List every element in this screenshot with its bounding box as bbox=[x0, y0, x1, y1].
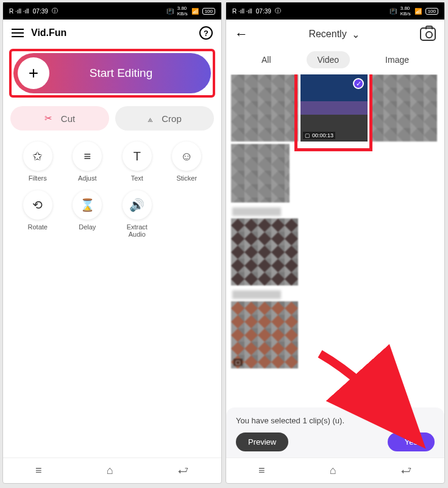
thumbnail-grid: ✓ ▢ 00:00:13 ▢ bbox=[226, 74, 444, 407]
video-duration: ▢ bbox=[233, 359, 243, 366]
audio-icon: 🔊 bbox=[123, 190, 152, 220]
vibrate-icon: 📳 bbox=[166, 8, 174, 15]
media-tabs: All Video Image bbox=[226, 49, 444, 74]
recent-apps-button[interactable]: ≡ bbox=[35, 464, 42, 477]
status-bar: R ·ıll ·ıll 07:39 ⓘ 📳 3.80KB/s 📶 100 bbox=[3, 2, 221, 20]
video-thumbnail[interactable] bbox=[231, 218, 298, 285]
tool-adjust[interactable]: ≡ Adjust bbox=[63, 142, 113, 182]
app-title: Vid.Fun bbox=[31, 27, 192, 38]
cut-button[interactable]: ✂ Cut bbox=[10, 106, 109, 131]
network-icon: 3.80KB/s bbox=[400, 5, 411, 16]
tool-label: Extract Audio bbox=[127, 223, 148, 238]
crop-label: Crop bbox=[162, 113, 182, 124]
text-icon: T bbox=[123, 142, 152, 171]
status-time: 07:39 bbox=[256, 8, 271, 15]
tool-label: Adjust bbox=[78, 174, 97, 182]
scissors-icon: ✂ bbox=[44, 113, 52, 124]
tool-label: Delay bbox=[79, 223, 96, 231]
battery-icon: 100 bbox=[202, 8, 215, 15]
hamburger-menu-icon[interactable] bbox=[12, 29, 24, 37]
tool-label: Rotate bbox=[28, 223, 48, 231]
tool-delay[interactable]: ⌛ Delay bbox=[63, 190, 113, 238]
tab-video[interactable]: Video bbox=[307, 51, 350, 68]
crop-icon: ⟁ bbox=[148, 113, 153, 124]
status-info-icon: ⓘ bbox=[52, 7, 58, 15]
wifi-icon: 📶 bbox=[414, 8, 422, 15]
delay-icon: ⌛ bbox=[73, 190, 102, 220]
camera-small-icon: ▢ bbox=[235, 359, 241, 365]
tool-filters[interactable]: ✩ Filters bbox=[13, 142, 63, 182]
adjust-icon: ≡ bbox=[73, 142, 102, 171]
tool-extract-audio[interactable]: 🔊 Extract Audio bbox=[112, 190, 162, 238]
status-info-icon: ⓘ bbox=[275, 7, 281, 15]
sticker-icon: ☺ bbox=[172, 142, 201, 171]
app-header: Vid.Fun ? bbox=[3, 20, 221, 46]
back-arrow-icon[interactable]: ← bbox=[235, 26, 248, 42]
tool-rotate[interactable]: ⟲ Rotate bbox=[13, 190, 63, 238]
video-thumbnail[interactable] bbox=[231, 74, 298, 142]
video-thumbnail-selected[interactable]: ✓ ▢ 00:00:13 bbox=[300, 74, 368, 142]
rotate-icon: ⟲ bbox=[23, 190, 52, 220]
video-duration: ▢ 00:00:13 bbox=[303, 132, 335, 139]
section-date-label bbox=[232, 290, 281, 299]
star-icon: ✩ bbox=[23, 142, 52, 171]
status-bar: R ·ıll ·ıll 07:39 ⓘ 📳 3.80KB/s 📶 100 bbox=[226, 2, 444, 20]
recent-apps-button[interactable]: ≡ bbox=[258, 464, 265, 477]
vibrate-icon: 📳 bbox=[389, 8, 397, 15]
home-button[interactable]: ⌂ bbox=[107, 464, 113, 477]
start-editing-highlight-box: + Start Editing bbox=[9, 49, 215, 98]
selection-text: You have selected 1 clip(s) (u). bbox=[236, 416, 435, 425]
tool-text[interactable]: T Text bbox=[112, 142, 162, 182]
selection-footer: You have selected 1 clip(s) (u). Preview… bbox=[226, 407, 444, 458]
tool-label: Filters bbox=[29, 174, 47, 182]
phone-right-screen: R ·ıll ·ıll 07:39 ⓘ 📳 3.80KB/s 📶 100 ← R… bbox=[226, 2, 445, 484]
picker-header: ← Recently ⌄ bbox=[226, 20, 444, 49]
chevron-down-icon: ⌄ bbox=[352, 29, 360, 40]
section-date-label bbox=[232, 207, 281, 216]
help-icon[interactable]: ? bbox=[199, 26, 213, 40]
tool-label: Sticker bbox=[176, 174, 197, 182]
android-nav-bar: ≡ ⌂ ⮐ bbox=[3, 458, 221, 483]
wifi-icon: 📶 bbox=[191, 8, 199, 15]
camera-icon[interactable] bbox=[420, 27, 436, 41]
signal-icon: R ·ıll ·ıll bbox=[9, 8, 29, 15]
back-button[interactable]: ⮐ bbox=[178, 464, 189, 477]
camera-small-icon: ▢ bbox=[305, 132, 310, 138]
start-editing-label: Start Editing bbox=[49, 66, 211, 80]
tab-all[interactable]: All bbox=[251, 51, 282, 68]
video-thumbnail[interactable]: ▢ bbox=[231, 301, 298, 368]
network-icon: 3.80KB/s bbox=[177, 5, 188, 16]
album-label: Recently bbox=[308, 29, 346, 40]
phone-left-screen: R ·ıll ·ıll 07:39 ⓘ 📳 3.80KB/s 📶 100 Vid… bbox=[2, 2, 222, 484]
home-button[interactable]: ⌂ bbox=[330, 464, 336, 477]
plus-icon: + bbox=[18, 57, 49, 89]
tool-sticker[interactable]: ☺ Sticker bbox=[162, 142, 212, 182]
signal-icon: R ·ıll ·ıll bbox=[232, 8, 252, 15]
status-time: 07:39 bbox=[33, 8, 48, 15]
start-editing-button[interactable]: + Start Editing bbox=[13, 53, 211, 93]
android-nav-bar: ≡ ⌂ ⮐ bbox=[226, 458, 444, 483]
check-icon: ✓ bbox=[353, 78, 364, 89]
video-thumbnail[interactable] bbox=[370, 74, 437, 142]
video-thumbnail[interactable] bbox=[231, 144, 290, 203]
preview-button[interactable]: Preview bbox=[236, 432, 288, 451]
crop-button[interactable]: ⟁ Crop bbox=[115, 106, 214, 131]
tab-image[interactable]: Image bbox=[374, 51, 420, 68]
yes-button[interactable]: Yes bbox=[388, 432, 435, 451]
battery-icon: 100 bbox=[425, 8, 438, 15]
album-dropdown[interactable]: Recently ⌄ bbox=[254, 29, 414, 40]
cut-label: Cut bbox=[61, 113, 75, 124]
tool-label: Text bbox=[131, 174, 143, 182]
back-button[interactable]: ⮐ bbox=[401, 464, 412, 477]
